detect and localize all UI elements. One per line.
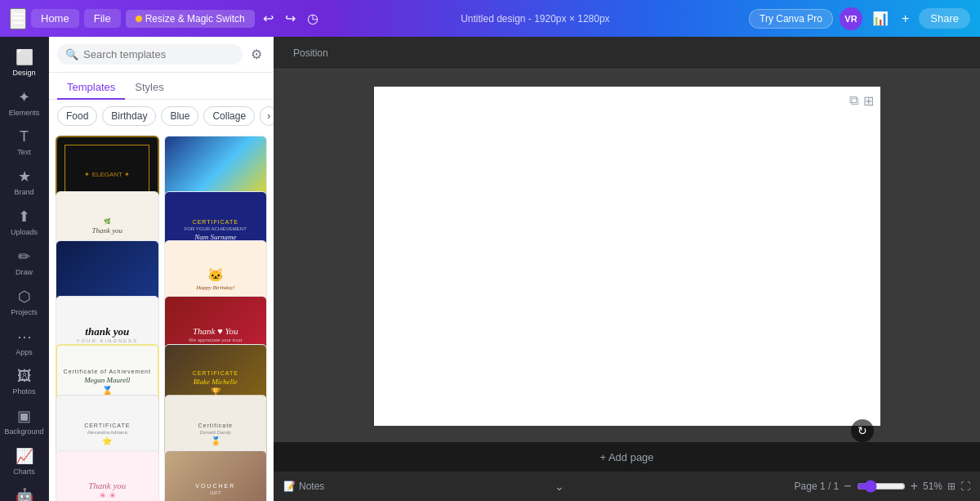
resize-label: Resize & Magic Switch xyxy=(145,13,245,25)
sidebar-label: Text xyxy=(17,148,31,156)
sidebar-item-brand[interactable]: ★Brand xyxy=(3,163,46,201)
topbar-left: ☰ Home File Resize & Magic Switch ↩ ↪ ◷ xyxy=(10,7,322,29)
search-input-wrap: 🔍 xyxy=(57,44,243,65)
main-area: ⬜Design✦ElementsTText★Brand⬆Uploads✏Draw… xyxy=(0,37,980,501)
sidebar-icon: ⬆ xyxy=(18,208,30,226)
template-grid: ✦ ELEGANT ✦ W 🌿 Thank you ··· CERTIFICAT… xyxy=(49,132,274,501)
resize-magic-button[interactable]: Resize & Magic Switch xyxy=(126,10,255,28)
zoom-in-button[interactable]: + xyxy=(911,479,918,494)
timer-button[interactable]: ◷ xyxy=(304,7,322,29)
notes-label: Notes xyxy=(299,481,324,492)
sidebar-label: Background xyxy=(4,427,43,436)
sidebar-item-apps[interactable]: ⋯Apps xyxy=(3,323,46,361)
grid-view-button[interactable]: ⊞ xyxy=(947,481,956,492)
menu-icon[interactable]: ☰ xyxy=(10,8,26,29)
undo-button[interactable]: ↩ xyxy=(260,7,277,29)
add-page-button[interactable]: + Add page xyxy=(599,451,653,463)
zoom-out-button[interactable]: − xyxy=(844,479,851,494)
chip-more[interactable]: › xyxy=(260,106,274,126)
sidebar-item-uploads[interactable]: ⬆Uploads xyxy=(3,203,46,241)
search-input[interactable] xyxy=(83,48,234,60)
topbar-center: Untitled design - 1920px × 1280px xyxy=(328,13,742,25)
sidebar-item-background[interactable]: ▣Background xyxy=(3,402,46,441)
sidebar-icon: ⬜ xyxy=(16,48,33,66)
sidebar-icon: 🤖 xyxy=(16,487,33,501)
sidebar-icon: T xyxy=(20,128,29,145)
sidebar-item-text[interactable]: TText xyxy=(3,123,46,161)
filter-button[interactable]: ⚙ xyxy=(247,43,265,65)
sidebar-label: Charts xyxy=(13,467,35,476)
chevron-down-icon[interactable]: ⌄ xyxy=(555,480,564,493)
canvas-container: ⧉ ⊞ ↻ xyxy=(374,87,880,426)
tab-styles[interactable]: Styles xyxy=(125,76,173,100)
topbar-right: Try Canva Pro VR 📊 + Share xyxy=(749,7,970,30)
add-page-bar: + Add page xyxy=(274,442,980,472)
canvas-area: Position ⧉ ⊞ ↻ + Add page 📝 xyxy=(274,37,980,501)
plus-button[interactable]: + xyxy=(898,8,912,29)
search-icon: 🔍 xyxy=(65,48,78,60)
tab-templates[interactable]: Templates xyxy=(57,76,125,100)
bottom-right: Page 1 / 1 − + 51% ⊞ ⛶ xyxy=(795,479,970,494)
notes-icon: 📝 xyxy=(283,481,296,492)
try-pro-button[interactable]: Try Canva Pro xyxy=(749,9,833,29)
sidebar-item-projects[interactable]: ⬡Projects xyxy=(3,283,46,321)
sidebar-label: Uploads xyxy=(11,228,38,236)
bottom-left: 📝 Notes xyxy=(283,481,324,492)
sidebar-label: Brand xyxy=(14,188,33,196)
position-label: Position xyxy=(283,41,338,65)
resize-dot xyxy=(136,16,142,22)
rotate-button[interactable]: ↻ xyxy=(851,419,874,442)
sidebar-label: Photos xyxy=(12,387,35,396)
topbar: ☰ Home File Resize & Magic Switch ↩ ↪ ◷ … xyxy=(0,0,980,37)
sidebar-item-charts[interactable]: 📈Charts xyxy=(3,442,46,481)
sidebar-item-elements[interactable]: ✦Elements xyxy=(3,83,46,122)
sidebar-icon: ✦ xyxy=(18,88,30,106)
canvas-top-bar: Position xyxy=(274,37,980,69)
canvas-white[interactable] xyxy=(374,87,880,426)
add-canvas-button[interactable]: ⊞ xyxy=(863,93,874,109)
icon-sidebar: ⬜Design✦ElementsTText★Brand⬆Uploads✏Draw… xyxy=(0,37,49,501)
sidebar-item-draw[interactable]: ✏Draw xyxy=(3,243,46,281)
search-bar: 🔍 ⚙ xyxy=(49,37,274,73)
zoom-slider[interactable] xyxy=(857,480,906,493)
sidebar-item-design[interactable]: ⬜Design xyxy=(3,43,46,82)
sidebar-icon: ✏ xyxy=(18,248,30,266)
sidebar-icon: 📈 xyxy=(16,447,33,465)
sidebar-icon: ▣ xyxy=(17,407,31,425)
bottom-bar: 📝 Notes ⌄ Page 1 / 1 − + 51% ⊞ ⛶ xyxy=(274,472,980,501)
sidebar-label: Design xyxy=(12,69,35,77)
templates-panel: 🔍 ⚙ Templates Styles Food Birthday Blue … xyxy=(49,37,274,501)
sidebar-icon: ⋯ xyxy=(17,328,32,346)
template-card[interactable]: Thank you 🌸 · 🌸 xyxy=(56,450,159,501)
sidebar-label: Apps xyxy=(16,348,33,356)
panel-tabs: Templates Styles xyxy=(49,73,274,100)
sidebar-icon: ⬡ xyxy=(18,288,31,306)
stats-button[interactable]: 📊 xyxy=(869,7,892,29)
chip-food[interactable]: Food xyxy=(57,106,97,126)
redo-button[interactable]: ↪ xyxy=(282,7,299,29)
bottom-center: ⌄ xyxy=(331,480,787,493)
avatar[interactable]: VR xyxy=(840,7,862,30)
notes-button[interactable]: 📝 Notes xyxy=(283,481,324,492)
share-button[interactable]: Share xyxy=(919,8,970,29)
sidebar-icon: 🖼 xyxy=(17,368,32,385)
sidebar-icon: ★ xyxy=(18,168,31,186)
sidebar-item-photos[interactable]: 🖼Photos xyxy=(3,363,46,400)
canvas-top-icons: ⧉ ⊞ xyxy=(849,93,874,109)
fullscreen-button[interactable]: ⛶ xyxy=(960,481,970,492)
page-info: Page 1 / 1 xyxy=(795,481,840,492)
zoom-level: 51% xyxy=(923,481,942,492)
sidebar-item-d-id-ai-pres---[interactable]: 🤖D-ID AI Pres... xyxy=(3,482,46,501)
sidebar-label: Elements xyxy=(9,109,40,117)
sidebar-label: Projects xyxy=(11,308,38,316)
document-title: Untitled design - 1920px × 1280px xyxy=(461,13,609,25)
home-button[interactable]: Home xyxy=(31,9,79,28)
chip-blue[interactable]: Blue xyxy=(161,106,198,126)
filter-chips: Food Birthday Blue Collage › xyxy=(49,100,274,132)
chip-collage[interactable]: Collage xyxy=(203,106,255,126)
template-card[interactable]: VOUCHER GIFT xyxy=(164,450,268,501)
copy-canvas-button[interactable]: ⧉ xyxy=(849,93,858,109)
file-button[interactable]: File xyxy=(84,9,121,28)
chip-birthday[interactable]: Birthday xyxy=(102,106,156,126)
canvas-wrapper: ⧉ ⊞ ↻ xyxy=(274,69,980,442)
